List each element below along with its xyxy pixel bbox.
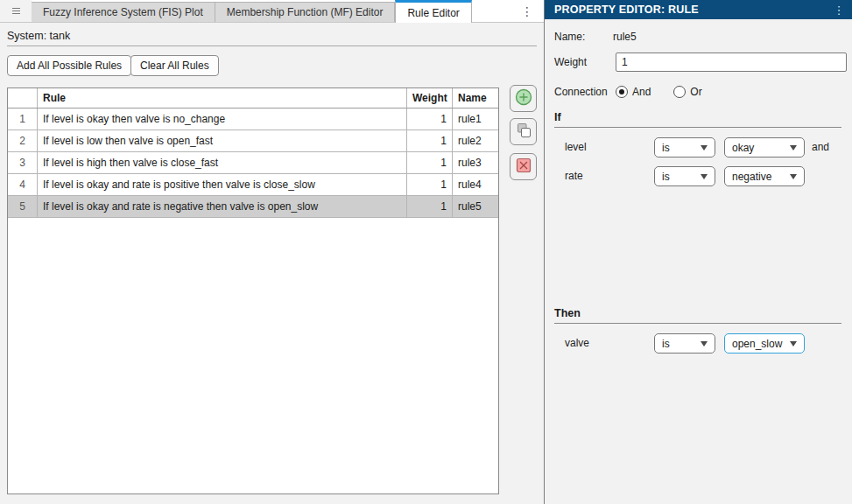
mf-value-dropdown[interactable]: negative <box>724 166 805 186</box>
tab-list: Fuzzy Inference System (FIS) Plot Member… <box>32 0 544 22</box>
weight-input[interactable] <box>616 52 847 72</box>
tab[interactable]: Membership Function (MF) Editor <box>215 2 396 22</box>
tab[interactable]: Rule Editor <box>395 0 471 23</box>
mf-value-dropdown[interactable]: okay <box>724 137 805 158</box>
rule-table[interactable]: Rule Weight Name 1 If level is okay then… <box>7 88 499 494</box>
row-rule-text: If level is okay and rate is positive th… <box>38 174 407 195</box>
row-name: rule4 <box>453 174 498 195</box>
table-row[interactable]: 3 If level is high then valve is close_f… <box>8 152 498 174</box>
panel-grip-icon[interactable] <box>0 0 32 22</box>
delete-rule-button[interactable] <box>510 153 537 180</box>
row-name: rule5 <box>453 196 498 217</box>
radio-circle-icon <box>673 86 686 98</box>
delete-icon <box>514 156 533 178</box>
chevron-down-icon <box>701 145 708 150</box>
row-weight: 1 <box>407 174 453 195</box>
name-value: rule5 <box>613 31 637 43</box>
row-weight: 1 <box>407 108 453 130</box>
tab[interactable]: Fuzzy Inference System (FIS) Plot <box>32 2 215 22</box>
weight-row: Weight <box>545 52 852 72</box>
table-row[interactable]: 1 If level is okay then valve is no_chan… <box>8 108 498 130</box>
property-editor-panel: PROPERTY EDITOR: RULE ⋮ Name: rule5 Weig… <box>545 0 852 504</box>
row-index: 1 <box>8 108 38 130</box>
row-weight: 1 <box>407 196 453 217</box>
if-clauses: level is okay and rate is <box>545 137 852 186</box>
chevron-down-icon <box>790 145 797 150</box>
mf-value: negative <box>732 171 786 183</box>
if-section-header: If <box>554 111 852 123</box>
system-label-divider <box>7 46 537 46</box>
connection-radio-group: And Or <box>616 86 725 98</box>
operator-value: is <box>662 142 697 154</box>
table-row[interactable]: 5 If level is okay and rate is negative … <box>8 196 498 218</box>
property-editor-title: PROPERTY EDITOR: RULE <box>554 4 833 16</box>
row-rule-text: If level is low then valve is open_fast <box>38 130 407 151</box>
row-weight: 1 <box>407 130 453 151</box>
operator-value: is <box>662 338 697 350</box>
system-name-label: System: tank <box>7 30 70 42</box>
tab-label: Rule Editor <box>407 7 459 19</box>
copy-rule-button[interactable] <box>510 118 537 145</box>
connection-radio[interactable]: Or <box>673 86 701 98</box>
connection-radio[interactable]: And <box>616 86 651 98</box>
chevron-down-icon <box>790 341 797 346</box>
weight-label: Weight <box>554 56 587 68</box>
header-index <box>8 88 38 108</box>
connection-row: Connection And Or <box>545 85 852 99</box>
table-row[interactable]: 4 If level is okay and rate is positive … <box>8 174 498 196</box>
property-editor-overflow-icon[interactable]: ⋮ <box>833 4 845 17</box>
if-section-divider <box>554 127 841 128</box>
mf-value-dropdown[interactable]: open_slow <box>724 333 805 354</box>
add-rule-button[interactable] <box>510 85 537 112</box>
add-all-possible-rules-button[interactable]: Add All Possible Rules <box>7 55 131 76</box>
clear-all-rules-button[interactable]: Clear All Rules <box>130 55 219 76</box>
operator-dropdown[interactable]: is <box>654 333 715 354</box>
radio-circle-icon <box>616 86 628 98</box>
chevron-down-icon <box>701 341 708 346</box>
add-rule-icon <box>514 88 533 109</box>
row-index: 2 <box>8 130 38 151</box>
row-name: rule2 <box>453 130 498 151</box>
row-weight: 1 <box>407 152 453 173</box>
rule-table-header-row: Rule Weight Name <box>8 88 498 108</box>
radio-label: And <box>632 86 651 98</box>
row-index: 4 <box>8 174 38 195</box>
name-label: Name: <box>554 31 585 43</box>
header-rule: Rule <box>38 88 407 108</box>
then-section-divider <box>554 323 841 324</box>
row-index: 5 <box>8 196 38 217</box>
then-clauses: valve is open_slow <box>545 333 852 354</box>
table-row[interactable]: 2 If level is low then valve is open_fas… <box>8 130 498 152</box>
then-section: Then valve is open_slow <box>545 307 852 354</box>
clause-connector-label: and <box>812 141 829 153</box>
rule-table-body: 1 If level is okay then valve is no_chan… <box>8 108 498 218</box>
property-editor-titlebar: PROPERTY EDITOR: RULE ⋮ <box>545 0 852 19</box>
row-rule-text: If level is okay then valve is no_change <box>38 108 407 130</box>
row-rule-text: If level is okay and rate is negative th… <box>38 196 407 217</box>
tab-label: Membership Function (MF) Editor <box>227 6 384 18</box>
clause-variable-label: rate <box>565 170 583 182</box>
header-name: Name <box>453 88 498 108</box>
row-rule-text: If level is high then valve is close_fas… <box>38 152 407 173</box>
document-tab-bar: Fuzzy Inference System (FIS) Plot Member… <box>0 0 544 23</box>
if-section: If level is okay and <box>545 111 852 186</box>
clause-variable-label: valve <box>565 337 589 349</box>
mf-value: okay <box>732 142 786 154</box>
chevron-down-icon <box>701 174 708 179</box>
operator-dropdown[interactable]: is <box>654 166 715 186</box>
clause-variable-label: level <box>565 141 587 153</box>
operator-dropdown[interactable]: is <box>654 137 715 158</box>
if-clause-row: rate is negative <box>545 166 852 186</box>
mf-value: open_slow <box>732 338 786 350</box>
radio-label: Or <box>690 86 701 98</box>
row-name: rule1 <box>453 108 498 130</box>
fuzzy-logic-designer-window: { "tabs": { "items": [ { "label": "Fuzzy… <box>0 0 852 504</box>
copy-icon <box>514 121 533 143</box>
row-name: rule3 <box>453 152 498 173</box>
operator-value: is <box>662 171 697 183</box>
name-row: Name: rule5 <box>545 30 852 44</box>
tab-label: Fuzzy Inference System (FIS) Plot <box>43 6 203 18</box>
connection-label: Connection <box>554 86 608 98</box>
header-weight: Weight <box>407 88 453 108</box>
tab-overflow-menu-icon[interactable]: ⋮ <box>518 3 536 20</box>
